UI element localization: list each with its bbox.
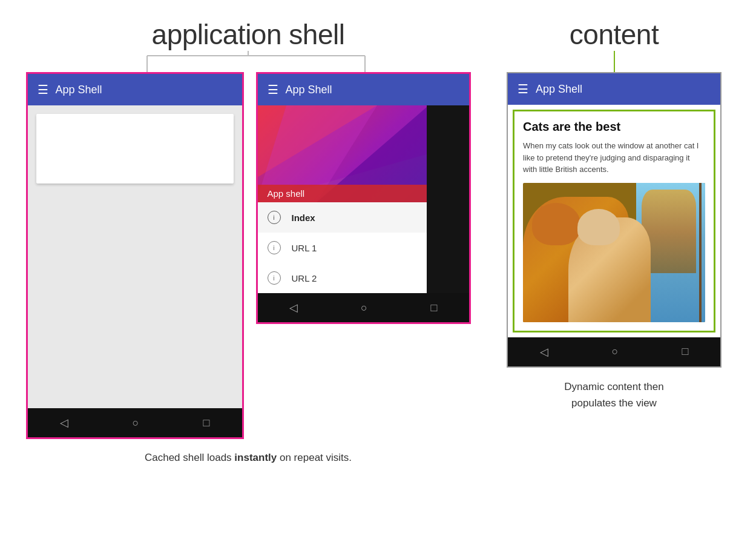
content-section: content ☰ App Shell Cats are the best Wh…: [496, 18, 732, 411]
drawer-item-url1[interactable]: i URL 1: [258, 233, 427, 263]
drawer-backdrop: [427, 105, 469, 293]
drawer-label-url1: URL 1: [292, 243, 317, 253]
info-icon-index: i: [268, 211, 281, 224]
phones-row: ☰ App Shell ◁ ○ □ ☰ App Sh: [26, 72, 471, 439]
drawer-item-index[interactable]: i Index: [258, 202, 427, 233]
back-icon: ◁: [60, 416, 68, 429]
phone3-appbar-title: App Shell: [536, 83, 582, 96]
hamburger-icon2: ☰: [268, 82, 278, 97]
drawer-item-url2[interactable]: i URL 2: [258, 263, 427, 293]
info-icon-url1: i: [268, 241, 281, 254]
phone3-frame: ☰ App Shell Cats are the best When my ca…: [507, 72, 721, 368]
app-shell-section: application shell ☰ App Shell: [24, 18, 472, 466]
back-icon3: ◁: [540, 345, 548, 359]
cats-description: When my cats look out the window at anot…: [523, 140, 705, 176]
right-caption: Dynamic content then populates the view: [564, 379, 663, 411]
phone2-appbar: ☰ App Shell: [258, 74, 469, 105]
white-card: [36, 114, 234, 184]
phone3-navbar: ◁ ○ □: [508, 337, 720, 366]
home-icon: ○: [133, 417, 139, 429]
app-shell-heading: application shell: [152, 18, 345, 51]
recent-icon: □: [203, 417, 210, 429]
phone1-appbar-title: App Shell: [56, 84, 102, 96]
back-icon2: ◁: [289, 301, 298, 314]
left-caption: Cached shell loads instantly on repeat v…: [145, 450, 352, 466]
content-card: Cats are the best When my cats look out …: [513, 110, 715, 332]
phone1-appbar: ☰ App Shell: [28, 74, 242, 105]
recent-icon2: □: [430, 302, 437, 314]
home-icon2: ○: [361, 302, 367, 314]
main-container: application shell ☰ App Shell: [0, 0, 756, 559]
phone3-appbar: ☰ App Shell: [508, 73, 720, 105]
content-heading: content: [570, 18, 659, 51]
phone2-navbar: ◁ ○ □: [258, 293, 469, 322]
recent-icon3: □: [682, 345, 689, 358]
drawer-label-index: Index: [292, 213, 315, 223]
info-icon-url2: i: [268, 271, 281, 285]
caption-bold: instantly: [234, 452, 277, 463]
drawer-panel: App shell i Index i URL 1 i URL 2: [258, 105, 427, 293]
cats-title: Cats are the best: [523, 120, 705, 134]
cat-image: [523, 183, 705, 322]
phone1-body: [28, 105, 242, 408]
drawer-header-image: App shell: [258, 105, 427, 202]
connector-lines-svg: [36, 51, 460, 72]
drawer-label-url2: URL 2: [292, 273, 317, 283]
phone1-frame: ☰ App Shell ◁ ○ □: [26, 72, 244, 439]
phone2-frame: ☰ App Shell App: [256, 72, 471, 324]
drawer-header-label: App shell: [258, 185, 427, 202]
home-icon3: ○: [612, 345, 619, 358]
hamburger-icon: ☰: [38, 82, 48, 97]
phone2-appbar-title: App Shell: [286, 84, 332, 96]
phone1-navbar: ◁ ○ □: [28, 408, 242, 437]
hamburger-icon3: ☰: [518, 82, 528, 96]
green-connector-svg: [554, 51, 675, 72]
